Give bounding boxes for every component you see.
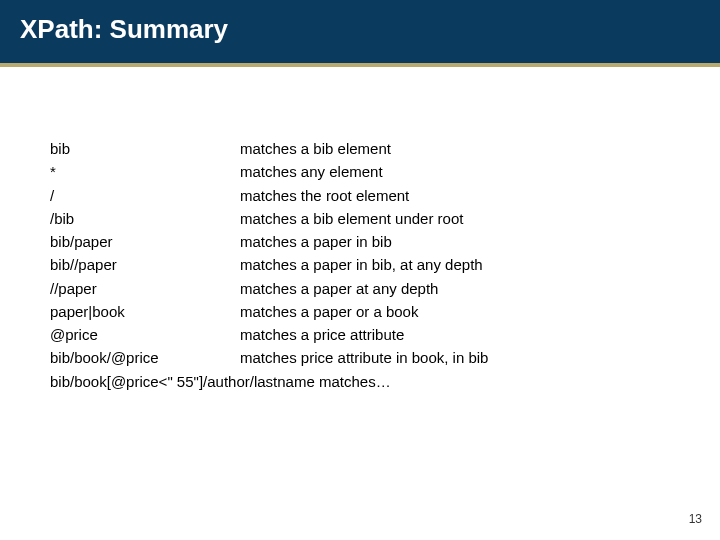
xpath-expr: /bib [50, 207, 240, 230]
table-row: @price matches a price attribute [50, 323, 670, 346]
xpath-expr: //paper [50, 277, 240, 300]
xpath-desc: matches any element [240, 160, 670, 183]
xpath-desc: matches a paper in bib [240, 230, 670, 253]
xpath-desc: matches a price attribute [240, 323, 670, 346]
table-row: bib/paper matches a paper in bib [50, 230, 670, 253]
xpath-desc: matches a paper at any depth [240, 277, 670, 300]
xpath-desc: matches the root element [240, 184, 670, 207]
xpath-desc: matches a paper or a book [240, 300, 670, 323]
table-row: bib/book[@price<" 55"]/author/lastname m… [50, 370, 670, 393]
xpath-expr: bib//paper [50, 253, 240, 276]
xpath-expr: @price [50, 323, 240, 346]
xpath-desc: matches a bib element [240, 137, 670, 160]
xpath-desc: matches a bib element under root [240, 207, 670, 230]
xpath-expr: bib/book/@price [50, 346, 240, 369]
table-row: * matches any element [50, 160, 670, 183]
xpath-long-row: bib/book[@price<" 55"]/author/lastname m… [50, 370, 670, 393]
slide-title: XPath: Summary [0, 0, 720, 67]
xpath-expr: bib [50, 137, 240, 160]
xpath-expr: * [50, 160, 240, 183]
xpath-desc: matches price attribute in book, in bib [240, 346, 670, 369]
table-row: / matches the root element [50, 184, 670, 207]
table-row: /bib matches a bib element under root [50, 207, 670, 230]
xpath-expr: bib/paper [50, 230, 240, 253]
table-row: //paper matches a paper at any depth [50, 277, 670, 300]
table-row: bib//paper matches a paper in bib, at an… [50, 253, 670, 276]
xpath-desc: matches a paper in bib, at any depth [240, 253, 670, 276]
table-row: bib/book/@price matches price attribute … [50, 346, 670, 369]
xpath-expr: paper|book [50, 300, 240, 323]
xpath-expr: / [50, 184, 240, 207]
table-row: bib matches a bib element [50, 137, 670, 160]
page-number: 13 [689, 512, 702, 526]
slide-body: bib matches a bib element * matches any … [0, 67, 720, 393]
table-row: paper|book matches a paper or a book [50, 300, 670, 323]
